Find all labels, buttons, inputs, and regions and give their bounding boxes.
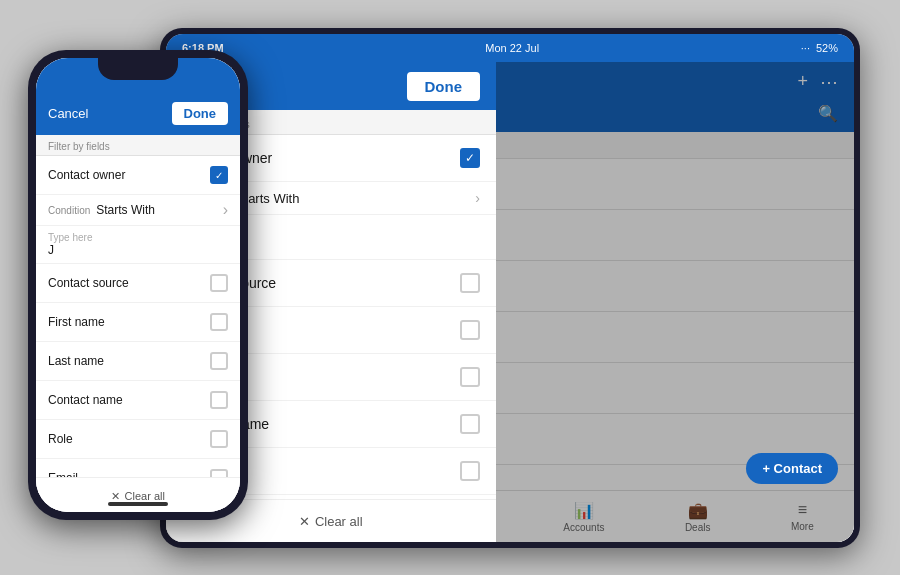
phone-type-value: J bbox=[48, 243, 228, 257]
filter-item-label: First name bbox=[48, 315, 105, 329]
phone-condition-row[interactable]: Condition Starts With › bbox=[36, 195, 240, 226]
phone-owner-label: Contact owner bbox=[48, 168, 125, 182]
filter-item-label: Contact source bbox=[48, 276, 129, 290]
list-item[interactable]: Email bbox=[36, 459, 240, 477]
phone-last-name-checkbox[interactable] bbox=[210, 352, 228, 370]
phone-condition-value: Starts With bbox=[96, 203, 216, 217]
first-name-checkbox[interactable] bbox=[460, 320, 480, 340]
tablet-condition-value: Starts With bbox=[236, 191, 467, 206]
phone-filter-panel: Cancel Done Filter by fields Contact own… bbox=[36, 58, 240, 512]
phone-filter-owner-row[interactable]: Contact owner bbox=[36, 156, 240, 195]
phone-type-label: Type here bbox=[48, 232, 228, 243]
last-name-checkbox[interactable] bbox=[460, 367, 480, 387]
role-checkbox[interactable] bbox=[460, 461, 480, 481]
filter-item-label: Role bbox=[48, 432, 73, 446]
tablet-status-bar: 6:18 PM Mon 22 Jul ··· 52% bbox=[166, 34, 854, 62]
phone-device: Cancel Done Filter by fields Contact own… bbox=[28, 50, 248, 520]
tablet-indicators: ··· 52% bbox=[801, 42, 838, 54]
phone-notch bbox=[98, 58, 178, 80]
list-item[interactable]: Contact name bbox=[36, 381, 240, 420]
list-item[interactable]: First name bbox=[36, 303, 240, 342]
chevron-right-icon: › bbox=[223, 201, 228, 219]
filter-item-label: Last name bbox=[48, 354, 104, 368]
tablet-dots: ··· bbox=[801, 42, 810, 54]
phone-contact-source-checkbox[interactable] bbox=[210, 274, 228, 292]
tablet-clear-all-label: Clear all bbox=[315, 514, 363, 529]
phone-first-name-checkbox[interactable] bbox=[210, 313, 228, 331]
tablet-battery: 52% bbox=[816, 42, 838, 54]
phone-filter-items: Contact owner Condition Starts With › Ty… bbox=[36, 156, 240, 477]
phone-clear-all-label: Clear all bbox=[125, 490, 165, 502]
tablet-date: Mon 22 Jul bbox=[485, 42, 539, 54]
phone-owner-checkbox[interactable] bbox=[210, 166, 228, 184]
contact-source-checkbox[interactable] bbox=[460, 273, 480, 293]
phone-filter-done-button[interactable]: Done bbox=[172, 102, 229, 125]
tablet-device: 6:18 PM Mon 22 Jul ··· 52% Contacts + ⋯ … bbox=[160, 28, 860, 548]
phone-clear-all[interactable]: ✕ Clear all bbox=[36, 477, 240, 512]
tablet-owner-checkbox[interactable] bbox=[460, 148, 480, 168]
tablet-filter-done-button[interactable]: Done bbox=[407, 72, 481, 101]
phone-type-row[interactable]: Type here J bbox=[36, 226, 240, 264]
list-item[interactable]: Last name bbox=[36, 342, 240, 381]
tablet-add-contact-button[interactable]: + Contact bbox=[746, 453, 838, 484]
phone-screen: Cancel Done Filter by fields Contact own… bbox=[36, 58, 240, 512]
tablet-clear-all-icon: ✕ bbox=[299, 514, 310, 529]
tablet-screen: 6:18 PM Mon 22 Jul ··· 52% Contacts + ⋯ … bbox=[166, 34, 854, 542]
chevron-right-icon: › bbox=[475, 190, 480, 206]
phone-condition-label: Condition bbox=[48, 205, 90, 216]
list-item[interactable]: Contact source bbox=[36, 264, 240, 303]
list-item[interactable]: Role bbox=[36, 420, 240, 459]
filter-item-label: Contact name bbox=[48, 393, 123, 407]
phone-email-checkbox[interactable] bbox=[210, 469, 228, 477]
phone-filter-cancel-button[interactable]: Cancel bbox=[48, 106, 88, 121]
phone-role-checkbox[interactable] bbox=[210, 430, 228, 448]
phone-clear-all-icon: ✕ bbox=[111, 490, 120, 502]
phone-contact-name-checkbox[interactable] bbox=[210, 391, 228, 409]
phone-filter-fields-label: Filter by fields bbox=[36, 135, 240, 156]
phone-home-indicator bbox=[108, 502, 168, 506]
contact-name-checkbox[interactable] bbox=[460, 414, 480, 434]
